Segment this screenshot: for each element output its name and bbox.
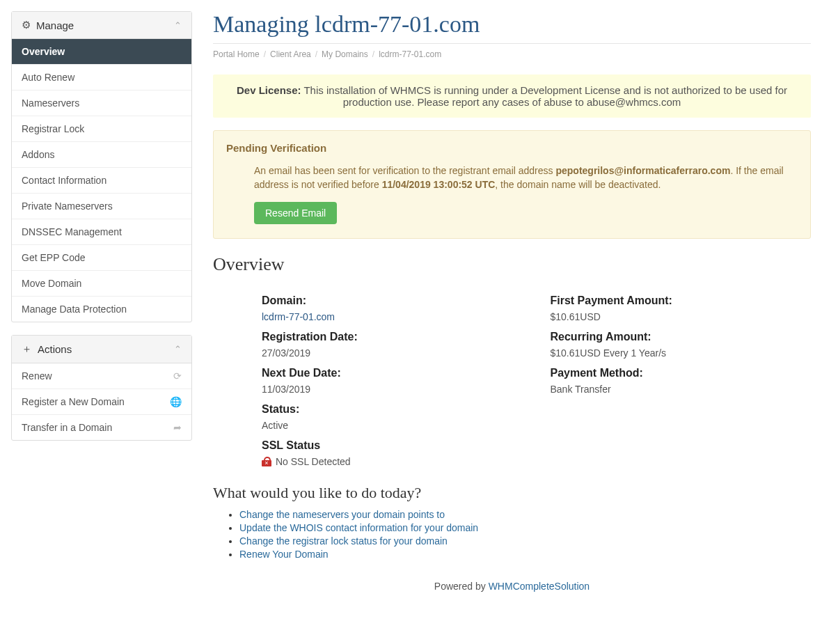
due-date-value: 11/03/2019 bbox=[262, 384, 523, 395]
breadcrumb-client-area[interactable]: Client Area bbox=[270, 49, 311, 59]
footer: Powered by WHMCompleteSolution bbox=[213, 581, 811, 592]
pending-title: Pending Verification bbox=[226, 142, 798, 154]
recurring-label: Recurring Amount: bbox=[551, 331, 812, 343]
pending-message: An email has been sent for verification … bbox=[254, 164, 798, 192]
status-label: Status: bbox=[262, 403, 523, 416]
recurring-value: $10.61USD Every 1 Year/s bbox=[551, 347, 812, 359]
ssl-status-value: No SSL Detected bbox=[262, 456, 523, 467]
sidebar-item-move-domain[interactable]: Move Domain bbox=[12, 270, 191, 296]
todo-change-registrar-lock[interactable]: Change the registrar lock status for you… bbox=[239, 535, 448, 547]
actions-panel: ＋ Actions ⌃ Renew ⟳ Register a New Domai… bbox=[11, 335, 192, 441]
manage-heading-label: Manage bbox=[36, 19, 74, 31]
due-date-label: Next Due Date: bbox=[262, 367, 523, 379]
manage-list: Overview Auto Renew Nameservers Registra… bbox=[12, 39, 191, 322]
overview-columns: Domain: lcdrm-77-01.com Registration Dat… bbox=[213, 286, 811, 467]
breadcrumb-current: lcdrm-77-01.com bbox=[379, 49, 441, 59]
action-renew[interactable]: Renew ⟳ bbox=[12, 363, 191, 388]
sidebar-item-nameservers[interactable]: Nameservers bbox=[12, 90, 191, 116]
footer-link[interactable]: WHMCompleteSolution bbox=[489, 581, 590, 592]
sidebar-item-private-nameservers[interactable]: Private Nameservers bbox=[12, 193, 191, 219]
breadcrumb-my-domains[interactable]: My Domains bbox=[322, 49, 368, 59]
sidebar-item-registrar-lock[interactable]: Registrar Lock bbox=[12, 116, 191, 141]
overview-right-col: First Payment Amount: $10.61USD Recurrin… bbox=[551, 286, 812, 467]
sidebar-item-overview[interactable]: Overview bbox=[12, 39, 191, 64]
todo-update-whois[interactable]: Update the WHOIS contact information for… bbox=[239, 522, 478, 533]
payment-method-value: Bank Transfer bbox=[551, 384, 812, 395]
actions-heading-label: Actions bbox=[38, 343, 72, 355]
plus-icon: ＋ bbox=[22, 343, 32, 356]
actions-panel-heading[interactable]: ＋ Actions ⌃ bbox=[12, 336, 191, 363]
dev-license-label: Dev License: bbox=[237, 84, 301, 96]
sidebar-item-data-protection[interactable]: Manage Data Protection bbox=[12, 296, 191, 322]
payment-method-label: Payment Method: bbox=[551, 367, 812, 379]
manage-panel-heading[interactable]: ⚙ Manage ⌃ bbox=[12, 12, 191, 39]
domain-link[interactable]: lcdrm-77-01.com bbox=[262, 311, 335, 322]
todo-change-nameservers[interactable]: Change the nameservers your domain point… bbox=[239, 509, 445, 520]
first-payment-label: First Payment Amount: bbox=[551, 294, 812, 307]
status-value: Active bbox=[262, 420, 523, 431]
overview-heading: Overview bbox=[213, 254, 811, 275]
sidebar-item-auto-renew[interactable]: Auto Renew bbox=[12, 64, 191, 90]
action-transfer-in[interactable]: Transfer in a Domain ➦ bbox=[12, 414, 191, 440]
share-icon: ➦ bbox=[173, 422, 182, 433]
reg-date-value: 27/03/2019 bbox=[262, 347, 523, 359]
gear-icon: ⚙ bbox=[22, 19, 31, 31]
ssl-status-label: SSL Status bbox=[262, 439, 523, 452]
sidebar-item-epp[interactable]: Get EPP Code bbox=[12, 244, 191, 270]
dev-license-text: This installation of WHMCS is running un… bbox=[303, 84, 787, 108]
chevron-up-icon: ⌃ bbox=[174, 344, 182, 354]
lock-error-icon bbox=[262, 457, 271, 466]
pending-verification-banner: Pending Verification An email has been s… bbox=[213, 130, 811, 239]
page-title: Managing lcdrm-77-01.com bbox=[213, 11, 811, 44]
sidebar-item-contact-information[interactable]: Contact Information bbox=[12, 167, 191, 193]
dev-license-banner: Dev License: This installation of WHMCS … bbox=[213, 74, 811, 118]
manage-panel: ⚙ Manage ⌃ Overview Auto Renew Nameserve… bbox=[11, 11, 192, 322]
globe-icon: 🌐 bbox=[170, 396, 182, 407]
chevron-up-icon: ⌃ bbox=[174, 20, 182, 31]
domain-label: Domain: bbox=[262, 294, 523, 307]
overview-left-col: Domain: lcdrm-77-01.com Registration Dat… bbox=[262, 286, 523, 467]
todo-heading: What would you like to do today? bbox=[213, 484, 811, 502]
todo-renew-domain[interactable]: Renew Your Domain bbox=[239, 549, 329, 560]
breadcrumb: Portal Home Client Area My Domains lcdrm… bbox=[213, 49, 811, 59]
resend-email-button[interactable]: Resend Email bbox=[254, 202, 337, 224]
breadcrumb-portal-home[interactable]: Portal Home bbox=[213, 49, 260, 59]
todo-list: Change the nameservers your domain point… bbox=[213, 509, 811, 560]
refresh-icon: ⟳ bbox=[173, 370, 182, 382]
first-payment-value: $10.61USD bbox=[551, 311, 812, 322]
sidebar-item-addons[interactable]: Addons bbox=[12, 141, 191, 167]
reg-date-label: Registration Date: bbox=[262, 331, 523, 343]
actions-list: Renew ⟳ Register a New Domain 🌐 Transfer… bbox=[12, 363, 191, 440]
action-register-new[interactable]: Register a New Domain 🌐 bbox=[12, 388, 191, 414]
sidebar-item-dnssec[interactable]: DNSSEC Management bbox=[12, 219, 191, 244]
